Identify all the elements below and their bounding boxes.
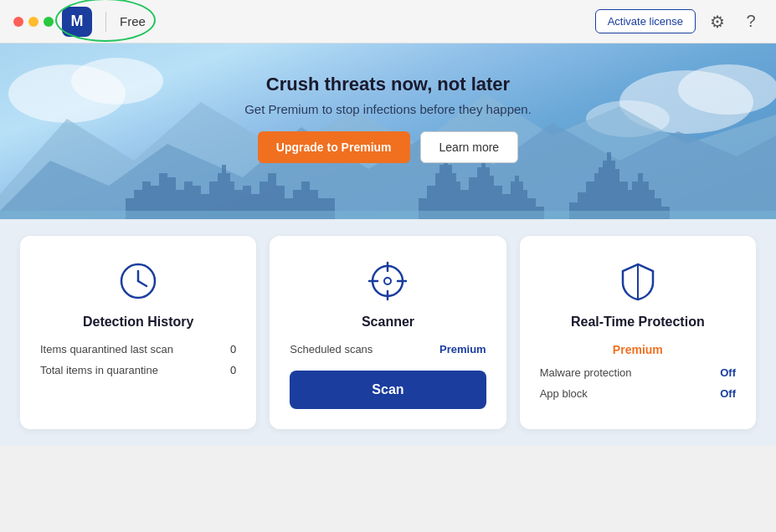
total-quarantine-value: 0 xyxy=(230,364,236,376)
detection-history-card: Detection History Items quarantined last… xyxy=(20,236,256,429)
app-block-label: App block xyxy=(540,387,588,400)
scanner-card: Scanner Scheduled scans Premium Scan xyxy=(270,236,506,429)
realtime-protection-rows: Malware protection Off App block Off xyxy=(540,366,736,400)
hero-banner: Crush threats now, not later Get Premium… xyxy=(0,43,776,219)
malware-protection-value: Off xyxy=(720,366,736,379)
app-block-value: Off xyxy=(720,387,736,400)
logo-area: M Free xyxy=(62,7,146,37)
upgrade-button[interactable]: Upgrade to Premium xyxy=(258,131,410,163)
detection-history-rows: Items quarantined last scan 0 Total item… xyxy=(40,343,236,376)
scheduled-scans-value: Premium xyxy=(439,343,486,356)
realtime-protection-card: Real-Time Protection Premium Malware pro… xyxy=(520,236,756,429)
title-bar: M Free Activate license ⚙ ? xyxy=(0,0,776,43)
help-button[interactable]: ? xyxy=(739,10,763,33)
shield-icon xyxy=(540,259,736,303)
scanner-title: Scanner xyxy=(290,315,486,330)
help-icon: ? xyxy=(746,12,755,31)
plan-label: Free xyxy=(120,14,146,28)
app-logo: M xyxy=(62,7,92,37)
activate-license-button[interactable]: Activate license xyxy=(595,9,696,33)
svg-line-8 xyxy=(138,281,146,286)
hero-subtitle: Get Premium to stop infections before th… xyxy=(17,102,759,116)
clock-icon xyxy=(40,259,236,303)
malware-protection-row: Malware protection Off xyxy=(540,366,736,379)
scheduled-scans-row: Scheduled scans Premium xyxy=(290,343,486,356)
gear-icon: ⚙ xyxy=(710,12,725,32)
scanner-rows: Scheduled scans Premium xyxy=(290,343,486,356)
title-bar-right: Activate license ⚙ ? xyxy=(595,9,763,33)
quarantined-last-scan-value: 0 xyxy=(230,343,236,356)
logo-divider xyxy=(105,12,106,32)
close-button[interactable] xyxy=(13,17,23,27)
quarantined-last-scan-row: Items quarantined last scan 0 xyxy=(40,343,236,356)
realtime-protection-title: Real-Time Protection xyxy=(540,315,736,330)
svg-point-14 xyxy=(384,278,391,284)
premium-badge: Premium xyxy=(540,343,736,356)
learn-more-button[interactable]: Learn more xyxy=(420,131,519,163)
detection-history-title: Detection History xyxy=(40,315,236,330)
hero-buttons: Upgrade to Premium Learn more xyxy=(17,131,759,163)
scan-button[interactable]: Scan xyxy=(290,371,486,409)
traffic-lights xyxy=(13,17,54,27)
logo-letter: M xyxy=(71,13,84,30)
scanner-icon xyxy=(290,259,486,303)
quarantined-last-scan-label: Items quarantined last scan xyxy=(40,343,173,356)
minimize-button[interactable] xyxy=(28,17,39,27)
total-quarantine-label: Total items in quarantine xyxy=(40,364,158,376)
total-quarantine-row: Total items in quarantine 0 xyxy=(40,364,236,376)
scheduled-scans-label: Scheduled scans xyxy=(290,343,373,356)
maximize-button[interactable] xyxy=(44,17,54,27)
hero-title: Crush threats now, not later xyxy=(17,74,759,95)
svg-rect-5 xyxy=(0,211,776,219)
malware-protection-label: Malware protection xyxy=(540,366,632,379)
cards-section: Detection History Items quarantined last… xyxy=(0,219,776,446)
settings-button[interactable]: ⚙ xyxy=(706,10,729,33)
app-block-row: App block Off xyxy=(540,387,736,400)
